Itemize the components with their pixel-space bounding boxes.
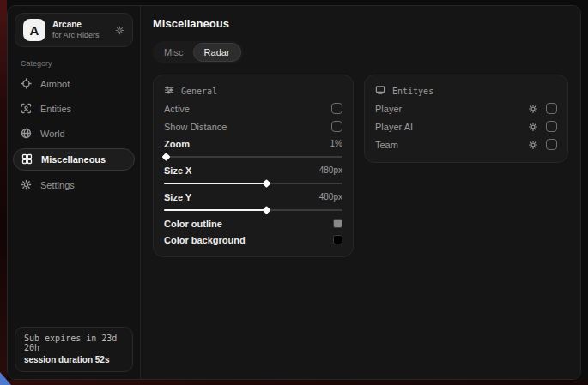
zoom-label: Zoom bbox=[164, 139, 190, 149]
player-row: Player bbox=[375, 99, 557, 117]
sidebar-nav: Aimbot Entities bbox=[8, 73, 140, 196]
category-label: Category bbox=[21, 59, 140, 68]
active-label: Active bbox=[164, 104, 190, 114]
color-background-row: Color background bbox=[164, 232, 342, 248]
grid-icon bbox=[21, 153, 33, 166]
zoom-row: Zoom 1% bbox=[164, 135, 342, 152]
size-y-slider[interactable] bbox=[164, 205, 342, 215]
active-row: Active bbox=[164, 99, 342, 117]
size-x-row: Size X 480px bbox=[164, 162, 342, 178]
tab-radar[interactable]: Radar bbox=[193, 43, 241, 62]
screen: A Arcane for Arc Riders Category bbox=[0, 0, 588, 385]
size-y-label: Size Y bbox=[164, 192, 191, 202]
brand-avatar: A bbox=[23, 19, 45, 41]
background-edge-bottom bbox=[0, 380, 588, 385]
team-label: Team bbox=[375, 140, 398, 150]
entities-panel: Entityes Player bbox=[364, 75, 568, 163]
sidebar-item-label: Entities bbox=[40, 104, 71, 114]
player-checkbox[interactable] bbox=[546, 103, 557, 114]
app-window: A Arcane for Arc Riders Category bbox=[7, 5, 581, 380]
monitor-icon bbox=[375, 85, 385, 97]
crosshair-icon bbox=[21, 78, 32, 91]
background-edge-left bbox=[0, 0, 7, 385]
main-content: Miscellaneous Misc Radar bbox=[141, 6, 580, 379]
tab-misc[interactable]: Misc bbox=[155, 44, 193, 61]
active-checkbox[interactable] bbox=[331, 103, 342, 114]
size-x-label: Size X bbox=[164, 165, 191, 176]
sidebar-item-aimbot[interactable]: Aimbot bbox=[8, 73, 140, 95]
brand-settings-icon[interactable] bbox=[115, 26, 124, 35]
show-distance-row: Show Distance bbox=[164, 117, 342, 135]
size-y-slider-thumb[interactable] bbox=[262, 206, 270, 214]
subscription-info: Sub expires in 23d 20h session duration … bbox=[15, 327, 133, 372]
sidebar-item-settings[interactable]: Settings bbox=[8, 174, 140, 196]
session-duration-text: session duration 52s bbox=[24, 355, 124, 364]
entities-panel-title: Entityes bbox=[392, 87, 433, 96]
color-outline-row: Color outline bbox=[164, 215, 342, 232]
show-distance-checkbox[interactable] bbox=[331, 121, 342, 132]
color-background-label: Color background bbox=[164, 235, 246, 245]
globe-icon bbox=[21, 128, 32, 141]
sidebar-item-label: Settings bbox=[40, 180, 75, 190]
size-y-row: Size Y 480px bbox=[164, 189, 342, 205]
color-outline-label: Color outline bbox=[164, 219, 222, 229]
player-label: Player bbox=[375, 104, 402, 114]
color-background-swatch[interactable] bbox=[333, 235, 342, 244]
sub-expiry-text: Sub expires in 23d 20h bbox=[24, 334, 124, 352]
size-y-value: 480px bbox=[319, 192, 342, 202]
sidebar-item-label: World bbox=[40, 129, 65, 139]
zoom-slider-thumb[interactable] bbox=[162, 153, 171, 161]
brand-name: Arcane bbox=[52, 20, 108, 31]
sidebar-item-entities[interactable]: Entities bbox=[8, 98, 140, 120]
sidebar: A Arcane for Arc Riders Category bbox=[8, 6, 141, 379]
team-row: Team bbox=[375, 135, 557, 153]
scan-icon bbox=[21, 103, 32, 116]
brand-card[interactable]: A Arcane for Arc Riders bbox=[15, 13, 133, 47]
sidebar-item-world[interactable]: World bbox=[8, 123, 140, 145]
zoom-value: 1% bbox=[330, 139, 342, 148]
cursor bbox=[0, 372, 11, 385]
size-x-slider[interactable] bbox=[164, 178, 342, 189]
size-x-slider-thumb[interactable] bbox=[262, 179, 270, 188]
general-panel: General Active Show Distance Zoom 1% bbox=[153, 75, 354, 257]
team-checkbox[interactable] bbox=[546, 139, 557, 150]
general-panel-title: General bbox=[181, 87, 217, 96]
tune-icon bbox=[164, 85, 174, 97]
zoom-slider[interactable] bbox=[164, 152, 342, 162]
brand-subtitle: for Arc Riders bbox=[52, 31, 108, 40]
tab-bar: Misc Radar bbox=[153, 41, 243, 63]
player-settings-icon[interactable] bbox=[528, 104, 538, 114]
page-title: Miscellaneous bbox=[153, 17, 568, 30]
player-ai-checkbox[interactable] bbox=[546, 121, 557, 132]
player-ai-label: Player AI bbox=[375, 122, 413, 132]
team-settings-icon[interactable] bbox=[528, 140, 538, 150]
sidebar-item-label: Miscellaneous bbox=[41, 154, 106, 165]
sidebar-item-miscellaneous[interactable]: Miscellaneous bbox=[13, 148, 135, 171]
player-ai-row: Player AI bbox=[375, 117, 557, 135]
show-distance-label: Show Distance bbox=[164, 122, 227, 132]
player-ai-settings-icon[interactable] bbox=[528, 122, 538, 132]
sidebar-item-label: Aimbot bbox=[40, 79, 70, 89]
color-outline-swatch[interactable] bbox=[333, 219, 342, 228]
gear-icon bbox=[21, 179, 32, 192]
size-x-value: 480px bbox=[319, 165, 342, 175]
